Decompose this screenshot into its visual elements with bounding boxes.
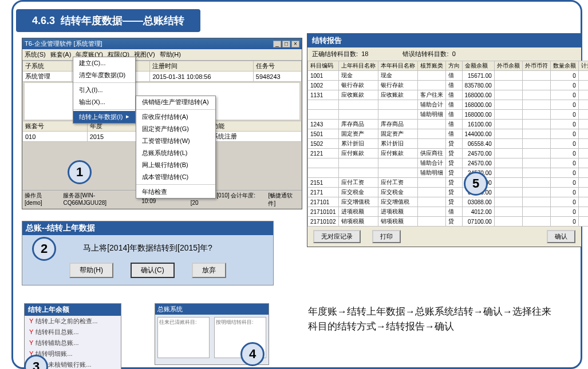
close-icon[interactable]: × [291,41,299,47]
dialog-title: 总账--结转上年数据 [22,221,273,235]
table-row: 1002银行存款银行存款借835780.000Y [308,81,589,90]
minimize-icon[interactable]: _ [273,41,281,47]
table-row: 2151应付工资应付工资贷53000.000Y [308,178,589,188]
system-manager-window: T6-企业管理软件 [系统管理] _ □ × 系统(S)账套(A)年度账(Y)权… [22,38,302,209]
dialog-message: 马上将[2014]年数据结转到[2015]年? [22,235,273,263]
wizard-step: Y结转上年之前的检查... [25,316,121,327]
report-title: 结转报告 [307,34,581,47]
step-4-badge: 4 [240,342,265,366]
submenu-item[interactable]: 固定资产结转(G) [136,123,215,135]
report-table: 科目编码上年科目名称本年科目名称核算账类方向金额余额外币余额外币币符数量余额计量… [307,61,588,227]
instruction-text: 年度账→结转上年数据→总账系统结转→确认→选择往来科目的结转方式→结转报告→确认 [308,304,560,334]
submenu-item[interactable]: 年结检查 [136,186,215,198]
menu-item[interactable]: 系统(S) [25,50,46,59]
submenu-item[interactable]: 应收应付结转(A) [136,111,215,123]
menu-item[interactable]: 帮助(H) [160,50,181,59]
carryover-prev-year-item[interactable]: 结转上年数据(I)▸ [73,111,135,123]
step-2-badge: 2 [32,237,56,261]
table-row: 辅助明细借168000.000 [308,110,589,120]
carryover-report-window: 结转报告 正确结转科目数: 18 错误结转科目数: 0 科目编码上年科目名称本年… [307,33,582,247]
table-row: 辅助合计借168000.000 [308,100,589,110]
gl-dialog-title: 总账系统 [155,304,269,315]
menubar[interactable]: 系统(S)账套(A)年度账(Y)权限(O)视图(V)帮助(H) [22,49,302,61]
table-row: 2171应交税金应交税金贷03088.000Y [308,188,589,197]
menu-item[interactable]: 账套(A) [50,50,72,59]
table-row: 21710102销项税额销项税额贷07100.000Y [308,217,589,227]
step-1-badge: 1 [68,160,92,184]
table-row: 1243库存商品库存商品借16100.000Y [308,120,589,129]
cleared-accounts-pane: 往来已清账科目: [157,317,210,358]
window-titlebar: T6-企业管理软件 [系统管理] _ □ × [22,38,302,49]
submenu-item[interactable]: 工资管理结转(W) [136,135,215,147]
submenu-item[interactable]: 供销链/生产管理结转(A) [136,96,215,108]
confirm-carryover-dialog: 总账--结转上年数据 马上将[2014]年数据结转到[2015]年? 帮助(H)… [22,221,274,285]
submenu-item[interactable]: 成本管理结转(C) [136,171,215,183]
table-row: 1131应收账款应收账款客户往来借168000.000Y [308,90,589,100]
table-row: 2121应付账款应付账款供应商往贷24570.000Y [308,149,589,158]
table-row: 1001现金现金借15671.000Y [308,71,589,81]
table-row: 1502累计折旧累计折旧贷06558.400Y [308,139,589,149]
wizard-step: Y结转科目总账... [25,327,121,338]
year-menu[interactable]: 建立(C)...清空年度数据(D)引入(I)...输出(X)...结转上年数据(… [73,57,136,124]
confirm-button[interactable]: 确认(C) [131,263,175,278]
wizard-title: 结转上年余额 [25,304,121,316]
help-button[interactable]: 帮助(H) [69,263,113,278]
carryover-submenu[interactable]: 供销链/生产管理结转(A)应收应付结转(A)固定资产结转(G)工资管理结转(W)… [136,96,216,199]
menu-item[interactable]: 视图(V) [134,50,155,59]
table-row: 21710101进项税额进项税额借4012.000Y [308,207,589,217]
print-button[interactable]: 打印 [372,230,401,243]
table-row: 辅助明细贷24570.000 [308,168,589,178]
no-record-button[interactable]: 无对应记录 [313,230,361,243]
maximize-icon[interactable]: □ [282,41,290,47]
table-row: 1501固定资产固定资产借144000.000Y [308,129,589,139]
step-5-badge: 5 [464,172,488,196]
ok-button[interactable]: 确认 [547,230,575,243]
subsystem-table: 子系统运行状态注册时间任务号 系统管理U2N正常(0)2015-01-31 10… [22,61,302,82]
section-title: 4.6.3 结转年度数据——总账结转 [16,9,200,32]
wizard-step: Y结转辅助总账... [25,338,121,348]
cancel-button[interactable]: 放弃 [192,263,226,278]
table-row: 辅助合计贷24570.000 [308,158,589,168]
submenu-item[interactable]: 总账系统结转(L) [136,147,215,159]
window-controls[interactable]: _ □ × [273,41,299,47]
table-row: 217101应交增值税应交增值税贷03088.000Y [308,197,589,207]
submenu-item[interactable]: 网上银行结转(B) [136,159,215,171]
report-counts: 正确结转科目数: 18 错误结转科目数: 0 [307,47,581,61]
